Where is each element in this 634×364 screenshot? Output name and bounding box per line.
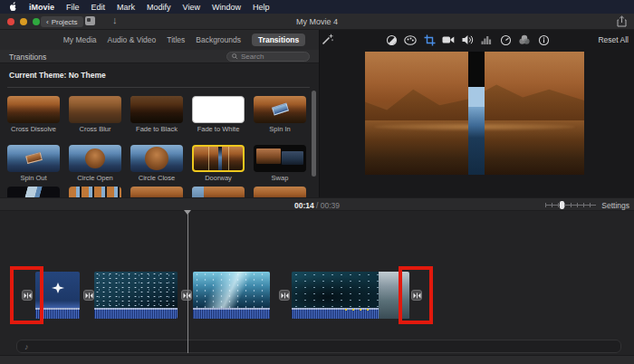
color-correction-button[interactable] <box>404 34 417 46</box>
timeline-clip-2[interactable] <box>94 272 178 319</box>
transition-glyph-icon <box>183 292 191 299</box>
tab-titles[interactable]: Titles <box>167 35 185 44</box>
audio-waveform <box>94 308 178 319</box>
transition-thumb-partial-1[interactable] <box>7 187 60 197</box>
tab-backgrounds[interactable]: Backgrounds <box>196 35 241 44</box>
browser-scrollbar[interactable] <box>312 91 316 177</box>
audio-waveform <box>193 308 270 319</box>
filters-button[interactable] <box>518 34 531 46</box>
transition-thumb-circle-open[interactable]: Circle Open <box>69 145 121 182</box>
annotation-rectangle-2 <box>399 266 433 324</box>
transitions-row-3-partial <box>7 187 306 197</box>
bird-silhouette <box>52 283 64 293</box>
tab-my-media[interactable]: My Media <box>63 35 97 44</box>
transition-label: Fade to Black <box>130 125 183 133</box>
transition-label: Circle Close <box>130 174 183 182</box>
timeline-bottom-strip <box>0 355 634 364</box>
preview-canvas[interactable] <box>365 52 584 175</box>
transitions-row-1: Cross Dissolve Cross Blur Fade to Black … <box>7 96 306 133</box>
share-icon <box>617 15 627 27</box>
window-title: My Movie 4 <box>0 17 634 26</box>
video-camera-icon <box>442 35 455 44</box>
zoom-slider-handle[interactable] <box>560 201 564 209</box>
current-theme-label: Current Theme: No Theme <box>9 71 106 80</box>
transition-label: Cross Dissolve <box>7 125 60 133</box>
timeline-zoom-slider[interactable] <box>545 201 596 209</box>
timeline-toolbar: 00:14 / 00:39 Settings <box>0 197 634 211</box>
enhance-wand-button[interactable] <box>322 34 333 45</box>
stabilization-button[interactable] <box>442 34 455 46</box>
transition-label: Swap <box>254 174 306 182</box>
adjustments-toolbar <box>385 34 550 46</box>
timeline-clip-3[interactable] <box>193 272 270 319</box>
speed-button[interactable] <box>499 34 512 46</box>
menu-item-edit[interactable]: Edit <box>91 3 106 12</box>
transition-glyph-icon <box>85 292 93 299</box>
transition-thumb-cross-blur[interactable]: Cross Blur <box>69 96 121 133</box>
color-correction-icon <box>404 35 417 45</box>
magic-wand-icon <box>322 34 333 45</box>
transition-thumb-fade-to-white[interactable]: Fade to White <box>192 96 245 133</box>
color-balance-icon <box>386 34 398 46</box>
speaker-icon <box>462 34 474 45</box>
transition-label: Doorway <box>192 174 245 182</box>
transition-thumb-swap[interactable]: Swap <box>254 145 306 182</box>
search-input[interactable] <box>241 53 304 61</box>
media-tab-bar: My Media Audio & Video Titles Background… <box>0 30 319 50</box>
tab-transitions[interactable]: Transitions <box>252 34 305 46</box>
title-bar: ‹ Projects ↓ My Movie 4 <box>0 14 634 30</box>
timeline-area[interactable]: ♪ <box>0 211 634 364</box>
transition-label: Cross Blur <box>69 125 121 133</box>
menu-item-mark[interactable]: Mark <box>117 3 135 12</box>
menu-item-modify[interactable]: Modify <box>147 3 171 12</box>
noise-reduction-button[interactable] <box>480 34 493 46</box>
transition-thumb-cross-dissolve[interactable]: Cross Dissolve <box>7 96 60 133</box>
transitions-row-2: Spin Out Circle Open Circle Close Doorwa… <box>7 145 306 182</box>
playhead-marker[interactable] <box>184 210 191 215</box>
menu-item-help[interactable]: Help <box>253 3 270 12</box>
browser-panel-header: Transitions <box>0 50 319 63</box>
transition-thumb-partial-5[interactable] <box>254 187 306 197</box>
transition-label: Spin Out <box>7 174 60 182</box>
timeline-transition-icon-4[interactable] <box>279 290 290 301</box>
playhead-line[interactable] <box>187 211 188 353</box>
background-music-track[interactable]: ♪ <box>16 340 621 353</box>
total-time: / 00:39 <box>316 201 340 210</box>
transition-label: Circle Open <box>69 174 121 182</box>
tab-audio-video[interactable]: Audio & Video <box>108 35 157 44</box>
transition-glyph-icon <box>281 292 289 299</box>
transition-thumb-fade-to-black[interactable]: Fade to Black <box>130 96 183 133</box>
menu-item-view[interactable]: View <box>183 3 200 12</box>
transition-thumb-circle-close[interactable]: Circle Close <box>130 145 183 182</box>
transition-label: Fade to White <box>192 125 245 133</box>
transition-thumb-spin-out[interactable]: Spin Out <box>7 145 60 182</box>
transitions-browser: Current Theme: No Theme Cross Dissolve C… <box>0 63 319 197</box>
crop-button[interactable] <box>423 34 436 46</box>
menu-item-file[interactable]: File <box>66 3 80 12</box>
crop-icon <box>424 34 436 46</box>
timeline-transition-icon-2[interactable] <box>83 290 94 301</box>
menu-item-window[interactable]: Window <box>212 3 241 12</box>
zoom-slider-track <box>545 205 596 206</box>
current-time: 00:14 <box>294 201 314 210</box>
share-button[interactable] <box>617 15 627 27</box>
reset-all-button[interactable]: Reset All <box>598 35 629 44</box>
transition-thumb-spin-in[interactable]: Spin In <box>254 96 306 133</box>
info-button[interactable] <box>537 34 550 46</box>
timeline-transition-icon-3[interactable] <box>181 290 192 301</box>
transition-thumb-partial-2[interactable] <box>69 187 121 197</box>
search-field[interactable] <box>226 52 310 62</box>
speedometer-icon <box>500 34 512 46</box>
menu-item-imovie[interactable]: iMovie <box>29 3 54 12</box>
panel-title: Transitions <box>9 53 46 62</box>
color-balance-button[interactable] <box>385 34 398 46</box>
info-icon <box>538 34 550 46</box>
transition-thumb-doorway-selected[interactable]: Doorway <box>192 145 245 182</box>
music-note-icon: ♪ <box>24 342 29 351</box>
transition-thumb-partial-4[interactable] <box>192 187 245 197</box>
settings-button[interactable]: Settings <box>601 201 629 210</box>
apple-logo-icon[interactable] <box>9 2 17 12</box>
volume-button[interactable] <box>461 34 474 46</box>
transition-thumb-partial-3[interactable] <box>130 187 183 197</box>
timeline-clip-4[interactable] <box>292 272 409 319</box>
